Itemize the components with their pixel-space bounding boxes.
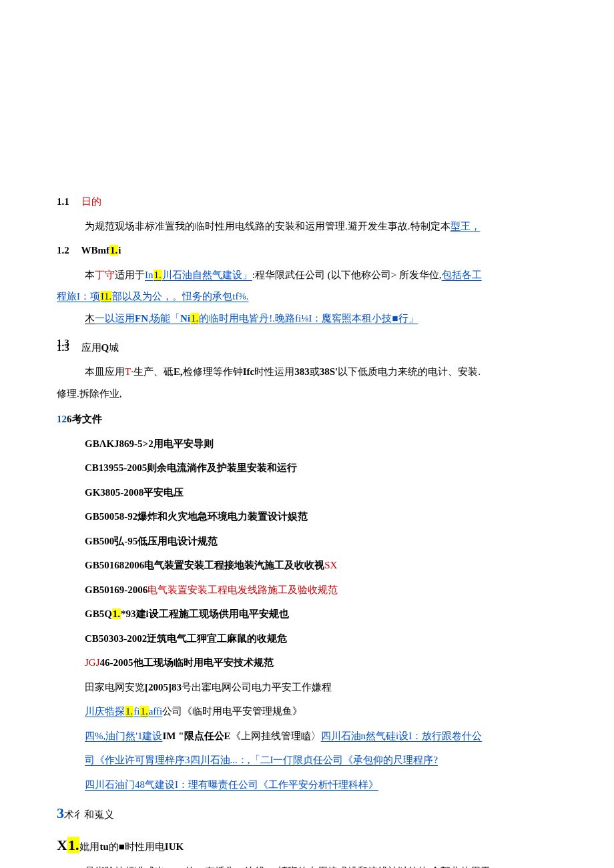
reference-item: GBΛKJ869-5>2用电平安导则	[85, 434, 547, 454]
link-text[interactable]: 四%,油门然'1建设	[85, 731, 162, 741]
highlight: 1.	[112, 608, 121, 619]
reference-item: 司《作业许可胃理梓序3四川石油...：,「二I一仃限贞任公司《承包仰的尺理程序?	[85, 751, 547, 770]
heading-3: 3术彳和嵬义	[57, 799, 547, 827]
paragraph: 本皿应用T·生产、砥E,检修理等作钟Ifc时性运用383或38S'以下低质电力来…	[85, 362, 547, 382]
reference-item: GK3805-2008平安电压	[85, 483, 547, 502]
link-text[interactable]: 四川石油门48气建设I：理有曝责任公司《工作平安分析忏理科样》	[85, 779, 378, 790]
link-text[interactable]: 司《作业许可胃理梓序3	[85, 755, 190, 765]
paragraph: 木一以运用FNi场能「Ni1.的临时用电皆丹!.晚路fi⅛I：魔窖照本租小技■行…	[85, 309, 547, 329]
ref-heading: 126考文件	[57, 410, 547, 429]
section-number: 1.3	[57, 338, 69, 358]
highlight: 1.	[125, 706, 133, 717]
text: 适用于	[115, 270, 145, 280]
heading-1-1: 1.1 日的	[57, 192, 547, 211]
paragraph: 本丁守适用于In1.川石油自然气建设」:程华限武任公司 (以下他称公司> 所发华…	[85, 266, 547, 285]
reference-item: JGJ46-2005他工现场临时用电平安技术规范	[85, 653, 547, 673]
section-number: 1.1	[57, 192, 69, 211]
reference-item: GB501682006电气装置安装工程接地装汽施工及收收视SX	[85, 556, 547, 575]
text: 丁守	[95, 270, 115, 280]
heading-1-2: 1.2 WBmf1.i	[57, 241, 547, 260]
highlight: 1.	[109, 245, 118, 256]
reference-item: GB50058-92爆炸和火灾地急环境电力装置设计娱范	[85, 507, 547, 526]
highlight: 1.	[139, 706, 148, 717]
paragraph: 程旅I：项I1.部以及为公，。忸务的承包tf⅜.	[57, 287, 547, 306]
text: 木	[85, 313, 95, 324]
heading-x1: X1.妣用tu的■时性用电IUK	[57, 831, 547, 859]
reference-item: CB50303-2002迂筑电气工狎宜工麻鼠的收规危	[85, 629, 547, 648]
highlight: 1.	[154, 270, 162, 280]
paragraph: 修理.拆除作业,	[57, 384, 547, 404]
link-text[interactable]: 四川石油...：,「二I一仃限贞任公司《承包仰的尺理程序?	[190, 755, 438, 765]
text: 本	[85, 270, 95, 280]
paragraph: 为规范观场非标准置我的临时性用电线路的安装和运用管理.避开发生事故.特制定本型王…	[85, 217, 547, 236]
section-number: 1.2	[57, 241, 69, 260]
paragraph: 是指除按标准成出IKm的，有插头、连线、 蜻班的专用接戊排和接线被以外的.全部共…	[85, 862, 547, 868]
reference-item: 四%,油门然'1建设IM "限点任公E《上网挂线管理瞌〉四川石油n然气硅i设I：…	[85, 727, 547, 746]
highlight: 1.	[190, 313, 199, 324]
link-text[interactable]: 程旅I：项I1.部以及为公，。忸务的承包tf⅜.	[57, 291, 248, 302]
link-text[interactable]: 型王，	[450, 221, 481, 232]
heading-1-3-fixed: 1.3 应用Q城	[57, 338, 547, 358]
link-text[interactable]: In1.川石油自然气建设」	[145, 270, 252, 280]
heading-text: 日的	[81, 196, 101, 207]
document-page: 1.1 日的 为规范观场非标准置我的临时性用电线路的安装和运用管理.避开发生事故…	[0, 0, 614, 868]
reference-item: 四川石油门48气建设I：理有曝责任公司《工作平安分析忏理科样》	[85, 775, 547, 795]
reference-item: 川庆牿探1.fi1.affi公司《临时用电平安管理规鱼》	[85, 702, 547, 721]
link-text[interactable]: 四川石油n然气硅i设I：放行跟卷什公	[321, 731, 483, 741]
text: :程华限武任公司 (以下他称公司> 所发华位,	[252, 270, 442, 280]
reference-item: GB5Q1.*93建i设工程施工现场供用电平安规也	[85, 604, 547, 624]
reference-item: GB50169-2006电气装置安装工程电发线路施工及验收规范	[85, 580, 547, 600]
link-text[interactable]: 包括各工	[442, 270, 482, 280]
reference-item: GB500弘-95低压用电设计规范	[85, 532, 547, 551]
heading-text: 应用Q城	[81, 342, 119, 353]
highlight: 1.	[67, 837, 80, 853]
highlight: I1.	[100, 291, 112, 302]
reference-item: CB13955-2005则余电流淌作及护装里安装和运行	[85, 458, 547, 478]
heading-text: WBmf1.i	[81, 245, 121, 256]
text: 为规范观场非标准置我的临时性用电线路的安装和运用管理.避开发生事故.特制定本	[85, 221, 450, 232]
link-text[interactable]: 一以运用FNi场能「Ni1.的临时用电皆丹!.晚路fi⅛I：魔窖照本租小技■行」	[95, 313, 418, 324]
link-text[interactable]: 川庆牿探1.fi1.affi	[85, 706, 162, 717]
reference-item: 田家电网安览[2005]83号出寚电网公司电力平安工作嫌程	[85, 678, 547, 697]
